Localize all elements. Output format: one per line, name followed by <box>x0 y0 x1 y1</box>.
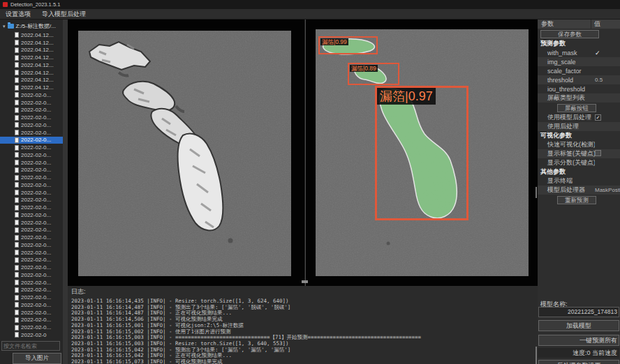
param-row[interactable]: with_mask✓ <box>538 48 620 57</box>
tree-file-item[interactable]: 2022-02-0... <box>0 129 63 137</box>
menu-item-settings[interactable]: 设置选项 <box>6 10 31 19</box>
search-input[interactable] <box>1 341 60 351</box>
tree-file-item[interactable]: 2022-02-0... <box>0 99 63 107</box>
tree-file-item[interactable]: 2022-02-0... <box>0 264 63 271</box>
tree-file-item[interactable]: 2022-02-0... <box>0 167 63 174</box>
param-label: scale_factor <box>538 68 595 75</box>
tree-file-item[interactable]: 2022.04.12... <box>0 47 63 54</box>
import-images-button[interactable]: 导入图片 <box>13 353 61 364</box>
tree-file-item[interactable]: 2022.04.12... <box>0 39 63 47</box>
tree-file-item[interactable]: 2022-02-0... <box>0 211 63 219</box>
tree-file-label: 2022.04.12... <box>21 77 54 83</box>
tree-file-item[interactable]: 2022-02-0 <box>0 331 63 339</box>
param-row[interactable]: 显示标签(关键点) <box>538 149 620 158</box>
param-row[interactable]: 快速可视化(检测) <box>538 140 620 149</box>
tree-file-item[interactable]: 2022-02-0... <box>0 204 63 211</box>
original-image-viewer <box>68 20 304 286</box>
tree-file-item[interactable]: 2022-02-0... <box>0 144 63 151</box>
tree-file-item[interactable]: 2022-02-0... <box>0 174 63 181</box>
tree-file-item[interactable]: 2022-02-0... <box>0 301 63 309</box>
panel-scrollbar-thumb[interactable] <box>536 187 537 198</box>
param-row[interactable]: 屏蔽类型列表 <box>538 93 620 103</box>
tree-file-item[interactable]: 2022-02-0... <box>0 294 63 301</box>
postprocess-settings-button[interactable]: 后处理参数设置 <box>538 360 619 364</box>
tree-file-item[interactable]: 2022-02-0... <box>0 287 63 294</box>
tree-file-item[interactable]: 2022-02-0... <box>0 279 63 287</box>
param-row[interactable]: 模型后处理器MaskPostPro <box>538 185 620 195</box>
menu-bar: 设置选项 导入模型后处理 <box>0 9 620 20</box>
tree-file-item[interactable]: 2022-02-0... <box>0 107 63 114</box>
file-icon <box>15 235 19 241</box>
tree-file-item[interactable]: 2022-02-0... <box>0 197 63 204</box>
file-icon <box>15 100 19 105</box>
tree-file-item[interactable]: 2022-02-0... <box>0 181 63 189</box>
param-section-label: 可视化参数 <box>538 131 620 140</box>
param-button[interactable]: 屏蔽按钮 <box>557 104 596 112</box>
tree-file-item[interactable]: 2022-02-0... <box>0 271 63 279</box>
tree-file-item[interactable]: 2022.04.12... <box>0 84 63 91</box>
param-row[interactable]: iou_threshold <box>538 84 620 93</box>
tree-file-item[interactable]: 2022-02-0... <box>0 309 63 317</box>
file-icon <box>15 190 19 195</box>
checkbox-checked[interactable]: ✓ <box>595 114 601 121</box>
tree-file-item[interactable]: 2022.04.12... <box>0 69 63 77</box>
tree-file-item[interactable]: 2022-02-0... <box>0 189 63 197</box>
tree-file-item[interactable]: 2022.04.12... <box>0 77 63 84</box>
reference-image <box>78 31 291 276</box>
param-row[interactable]: 使用模型后处理✓ <box>538 113 620 122</box>
tree-file-item[interactable]: 2022.04.12... <box>0 54 63 61</box>
tree-file-item[interactable]: 2022-02-0... <box>0 324 63 331</box>
tree-file-label: 2022.04.12... <box>21 40 54 46</box>
tree-file-item[interactable]: 2022-02-0... <box>0 137 63 144</box>
param-row[interactable]: threshold0.5 <box>538 75 620 84</box>
tree-root-label: Z:/5-标注数据/... <box>16 22 56 30</box>
file-icon <box>15 107 19 113</box>
tree-file-label: 2022-02-0... <box>21 227 51 233</box>
tree-file-item[interactable]: 2022-02-0... <box>0 159 63 167</box>
file-icon <box>15 310 19 315</box>
tree-root-node[interactable]: ▾ Z:/5-标注数据/... <box>0 22 56 30</box>
panel-scrollbar-thumb[interactable] <box>536 347 537 364</box>
tree-file-item[interactable]: 2022-02-0... <box>0 114 63 121</box>
param-button[interactable]: 保存参数 <box>540 30 599 38</box>
tree-file-item[interactable]: 2022-02-0... <box>0 317 63 324</box>
tree-file-item[interactable]: 2022-02-0... <box>0 91 63 99</box>
file-icon <box>15 242 19 248</box>
tree-file-item[interactable]: 2022-02-0... <box>0 219 63 227</box>
log-line: 2023-01-11 16:16:15,073 |INFO| - 可视化预测结果… <box>71 359 538 364</box>
tree-scrollbar[interactable] <box>63 20 68 364</box>
tree-file-item[interactable]: 2022-02-0... <box>0 151 63 159</box>
predict-all-button[interactable]: 一键预测所有 <box>538 335 619 346</box>
tree-file-label: 2022-02-0... <box>21 220 51 226</box>
param-button-row: 屏蔽按钮 <box>538 103 620 113</box>
tree-file-item[interactable]: 2022.04.12... <box>0 61 63 69</box>
file-icon <box>15 47 19 53</box>
tree-file-item[interactable]: 2022-02-0... <box>0 241 63 249</box>
checkbox-empty[interactable] <box>595 150 601 156</box>
param-row[interactable]: scale_factor <box>538 66 620 75</box>
tree-file-item[interactable]: 2022-02-0... <box>0 121 63 129</box>
param-row[interactable]: 显示终端 <box>538 176 620 185</box>
param-row[interactable]: img_scale <box>538 57 620 66</box>
menu-item-import-postprocess[interactable]: 导入模型后处理 <box>42 10 86 19</box>
tree-file-item[interactable]: 2022-02-0... <box>0 249 63 257</box>
file-icon <box>15 167 19 173</box>
model-name-field[interactable]: 20221225_174813 <box>538 307 619 317</box>
load-model-button[interactable]: 加载模型 <box>538 320 619 331</box>
tree-file-item[interactable]: 2022-02-0... <box>0 234 63 241</box>
tree-file-item[interactable]: 2022-02-0... <box>0 257 63 264</box>
viewer-splitter-handle[interactable] <box>302 280 308 283</box>
param-row[interactable]: 显示分数(关键点) <box>538 158 620 167</box>
param-label: 屏蔽类型列表 <box>538 93 595 103</box>
tree-file-item[interactable]: 2022.04.12... <box>0 31 63 39</box>
param-label: img_scale <box>538 59 595 66</box>
tree-file-item[interactable]: 2022-02-0... <box>0 227 63 234</box>
chevron-down-icon[interactable]: ▾ <box>3 24 6 29</box>
param-button-row: 重新预测 <box>538 195 620 205</box>
param-label: 使用模型后处理 <box>538 113 595 122</box>
param-row[interactable]: 使用后处理 <box>538 122 620 131</box>
param-button[interactable]: 重新预测 <box>557 196 596 204</box>
tree-file-label: 2022-02-0... <box>21 174 51 181</box>
tree-file-label: 2022.04.12... <box>21 84 54 91</box>
tree-file-label: 2022-02-0... <box>21 264 51 271</box>
